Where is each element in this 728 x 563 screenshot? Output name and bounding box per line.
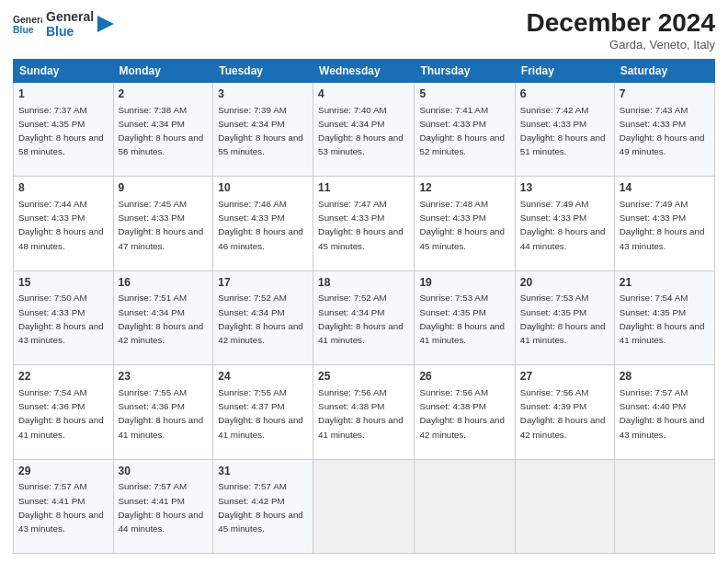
day-info: Sunrise: 7:56 AMSunset: 4:38 PMDaylight:… bbox=[419, 387, 505, 440]
day-number: 12 bbox=[419, 180, 509, 196]
calendar-cell bbox=[515, 459, 614, 553]
day-info: Sunrise: 7:55 AMSunset: 4:36 PMDaylight:… bbox=[119, 387, 204, 440]
calendar-cell: 5Sunrise: 7:41 AMSunset: 4:33 PMDaylight… bbox=[415, 82, 515, 176]
day-number: 6 bbox=[520, 86, 609, 102]
day-number: 21 bbox=[620, 275, 710, 291]
day-info: Sunrise: 7:56 AMSunset: 4:39 PMDaylight:… bbox=[520, 387, 606, 440]
day-number: 23 bbox=[119, 369, 209, 385]
location: Garda, Veneto, Italy bbox=[527, 38, 715, 52]
svg-marker-3 bbox=[97, 16, 114, 32]
logo-icon: General Blue bbox=[13, 11, 42, 37]
logo-general: General bbox=[46, 9, 94, 24]
day-info: Sunrise: 7:57 AMSunset: 4:42 PMDaylight:… bbox=[218, 481, 303, 534]
col-saturday: Saturday bbox=[614, 59, 714, 82]
calendar-cell: 10Sunrise: 7:46 AMSunset: 4:33 PMDayligh… bbox=[213, 177, 313, 270]
calendar-cell: 31Sunrise: 7:57 AMSunset: 4:42 PMDayligh… bbox=[213, 459, 313, 553]
logo-blue: Blue bbox=[46, 24, 94, 39]
calendar-cell: 9Sunrise: 7:45 AMSunset: 4:33 PMDaylight… bbox=[113, 177, 213, 270]
day-info: Sunrise: 7:42 AMSunset: 4:33 PMDaylight:… bbox=[520, 105, 606, 157]
day-info: Sunrise: 7:41 AMSunset: 4:33 PMDaylight:… bbox=[419, 105, 505, 157]
calendar-cell: 7Sunrise: 7:43 AMSunset: 4:33 PMDaylight… bbox=[614, 82, 714, 176]
day-info: Sunrise: 7:43 AMSunset: 4:33 PMDaylight:… bbox=[620, 105, 705, 157]
calendar-cell: 21Sunrise: 7:54 AMSunset: 4:35 PMDayligh… bbox=[614, 270, 714, 364]
day-number: 29 bbox=[18, 464, 108, 479]
day-number: 3 bbox=[218, 86, 308, 102]
calendar-cell: 14Sunrise: 7:49 AMSunset: 4:33 PMDayligh… bbox=[614, 177, 714, 270]
day-info: Sunrise: 7:44 AMSunset: 4:33 PMDaylight:… bbox=[18, 199, 104, 251]
day-number: 16 bbox=[119, 275, 209, 291]
calendar-week-1: 1Sunrise: 7:37 AMSunset: 4:35 PMDaylight… bbox=[14, 82, 715, 176]
calendar-week-5: 29Sunrise: 7:57 AMSunset: 4:41 PMDayligh… bbox=[14, 459, 715, 553]
calendar-cell: 2Sunrise: 7:38 AMSunset: 4:34 PMDaylight… bbox=[113, 82, 213, 176]
calendar-cell: 20Sunrise: 7:53 AMSunset: 4:35 PMDayligh… bbox=[515, 270, 614, 364]
day-number: 25 bbox=[318, 369, 409, 385]
day-number: 15 bbox=[18, 275, 108, 291]
calendar-week-4: 22Sunrise: 7:54 AMSunset: 4:36 PMDayligh… bbox=[14, 365, 715, 459]
svg-text:General: General bbox=[13, 15, 42, 25]
calendar-table: Sunday Monday Tuesday Wednesday Thursday… bbox=[13, 59, 715, 554]
day-number: 10 bbox=[218, 180, 308, 196]
col-tuesday: Tuesday bbox=[213, 59, 313, 82]
day-number: 4 bbox=[318, 86, 409, 102]
day-info: Sunrise: 7:50 AMSunset: 4:33 PMDaylight:… bbox=[18, 293, 104, 345]
calendar-cell: 18Sunrise: 7:52 AMSunset: 4:34 PMDayligh… bbox=[313, 270, 415, 364]
calendar-week-2: 8Sunrise: 7:44 AMSunset: 4:33 PMDaylight… bbox=[14, 177, 715, 270]
day-number: 17 bbox=[218, 275, 308, 291]
day-info: Sunrise: 7:40 AMSunset: 4:34 PMDaylight:… bbox=[318, 105, 404, 157]
day-info: Sunrise: 7:53 AMSunset: 4:35 PMDaylight:… bbox=[419, 293, 505, 345]
calendar-header-row: Sunday Monday Tuesday Wednesday Thursday… bbox=[14, 59, 715, 82]
calendar-cell: 24Sunrise: 7:55 AMSunset: 4:37 PMDayligh… bbox=[213, 365, 313, 459]
day-info: Sunrise: 7:45 AMSunset: 4:33 PMDaylight:… bbox=[119, 199, 204, 251]
logo-arrow-icon bbox=[97, 16, 114, 32]
day-info: Sunrise: 7:54 AMSunset: 4:36 PMDaylight:… bbox=[18, 387, 104, 440]
col-sunday: Sunday bbox=[14, 59, 114, 82]
calendar-cell: 17Sunrise: 7:52 AMSunset: 4:34 PMDayligh… bbox=[213, 270, 313, 364]
day-info: Sunrise: 7:49 AMSunset: 4:33 PMDaylight:… bbox=[520, 199, 606, 251]
calendar-cell: 15Sunrise: 7:50 AMSunset: 4:33 PMDayligh… bbox=[14, 270, 114, 364]
day-number: 26 bbox=[419, 369, 509, 385]
calendar-cell: 11Sunrise: 7:47 AMSunset: 4:33 PMDayligh… bbox=[313, 177, 415, 270]
day-info: Sunrise: 7:56 AMSunset: 4:38 PMDaylight:… bbox=[318, 387, 404, 440]
day-info: Sunrise: 7:54 AMSunset: 4:35 PMDaylight:… bbox=[620, 293, 705, 345]
month-title: December 2024 bbox=[527, 9, 715, 38]
day-info: Sunrise: 7:37 AMSunset: 4:35 PMDaylight:… bbox=[18, 105, 104, 157]
day-info: Sunrise: 7:57 AMSunset: 4:40 PMDaylight:… bbox=[620, 387, 705, 440]
calendar-cell: 4Sunrise: 7:40 AMSunset: 4:34 PMDaylight… bbox=[313, 82, 415, 176]
day-info: Sunrise: 7:38 AMSunset: 4:34 PMDaylight:… bbox=[119, 105, 204, 157]
day-number: 31 bbox=[218, 464, 308, 479]
calendar-cell: 16Sunrise: 7:51 AMSunset: 4:34 PMDayligh… bbox=[113, 270, 213, 364]
calendar-cell: 19Sunrise: 7:53 AMSunset: 4:35 PMDayligh… bbox=[415, 270, 515, 364]
day-number: 18 bbox=[318, 275, 409, 291]
calendar-cell: 6Sunrise: 7:42 AMSunset: 4:33 PMDaylight… bbox=[515, 82, 614, 176]
day-info: Sunrise: 7:52 AMSunset: 4:34 PMDaylight:… bbox=[318, 293, 404, 345]
calendar-cell: 27Sunrise: 7:56 AMSunset: 4:39 PMDayligh… bbox=[515, 365, 614, 459]
logo: General Blue General Blue bbox=[13, 9, 114, 39]
calendar-cell: 3Sunrise: 7:39 AMSunset: 4:34 PMDaylight… bbox=[213, 82, 313, 176]
day-number: 7 bbox=[620, 86, 710, 102]
calendar-cell: 8Sunrise: 7:44 AMSunset: 4:33 PMDaylight… bbox=[14, 177, 114, 270]
svg-text:Blue: Blue bbox=[13, 25, 34, 35]
day-info: Sunrise: 7:53 AMSunset: 4:35 PMDaylight:… bbox=[520, 293, 606, 345]
calendar-cell: 23Sunrise: 7:55 AMSunset: 4:36 PMDayligh… bbox=[113, 365, 213, 459]
day-number: 22 bbox=[18, 369, 108, 385]
day-number: 27 bbox=[520, 369, 609, 385]
day-number: 20 bbox=[520, 275, 609, 291]
calendar-cell: 28Sunrise: 7:57 AMSunset: 4:40 PMDayligh… bbox=[614, 365, 714, 459]
calendar-cell: 12Sunrise: 7:48 AMSunset: 4:33 PMDayligh… bbox=[415, 177, 515, 270]
col-monday: Monday bbox=[113, 59, 213, 82]
day-number: 28 bbox=[620, 369, 710, 385]
col-friday: Friday bbox=[515, 59, 614, 82]
title-block: December 2024 Garda, Veneto, Italy bbox=[527, 9, 715, 52]
day-info: Sunrise: 7:46 AMSunset: 4:33 PMDaylight:… bbox=[218, 199, 303, 251]
calendar-cell bbox=[415, 459, 515, 553]
day-info: Sunrise: 7:55 AMSunset: 4:37 PMDaylight:… bbox=[218, 387, 303, 440]
calendar-cell: 22Sunrise: 7:54 AMSunset: 4:36 PMDayligh… bbox=[14, 365, 114, 459]
header: General Blue General Blue December 2024 … bbox=[13, 9, 715, 52]
calendar-cell: 30Sunrise: 7:57 AMSunset: 4:41 PMDayligh… bbox=[113, 459, 213, 553]
calendar-cell: 25Sunrise: 7:56 AMSunset: 4:38 PMDayligh… bbox=[313, 365, 415, 459]
day-number: 19 bbox=[419, 275, 509, 291]
day-number: 1 bbox=[18, 86, 108, 102]
day-info: Sunrise: 7:52 AMSunset: 4:34 PMDaylight:… bbox=[218, 293, 303, 345]
page: General Blue General Blue December 2024 … bbox=[0, 0, 728, 563]
day-info: Sunrise: 7:49 AMSunset: 4:33 PMDaylight:… bbox=[620, 199, 705, 251]
